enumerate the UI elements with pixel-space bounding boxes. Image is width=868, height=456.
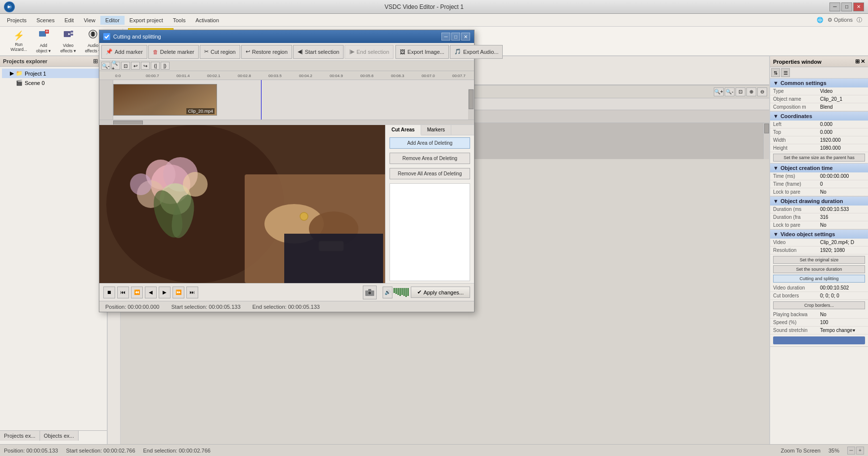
timeline-vscroll[interactable] (763, 123, 769, 159)
zoom-extra2[interactable]: |⟩ (161, 62, 170, 70)
zoom-in-status-btn[interactable]: + (856, 447, 864, 455)
cut-end-selection: End selection: 00:00:05.133 (253, 304, 320, 310)
cut-track-vscroll[interactable] (468, 89, 474, 120)
menu-tools[interactable]: Tools (168, 16, 191, 25)
common-settings-section: ▼ Common settings Type Video Object name… (770, 79, 868, 112)
menu-editor[interactable]: Editor (100, 16, 125, 25)
drawing-duration-header[interactable]: ▼ Object drawing duration (770, 197, 868, 206)
stop-btn[interactable]: ⏹ (103, 287, 115, 298)
add-area-of-deleting-btn[interactable]: Add Area of Deleting (390, 137, 470, 149)
ruler-1: 00:00.7 (146, 74, 176, 78)
cut-hscroll-thumb[interactable] (113, 121, 143, 125)
cut-areas-tab[interactable]: Cut Areas (386, 125, 421, 135)
video-effects-button[interactable]: Videoeffects ▾ (56, 28, 80, 54)
coordinates-header[interactable]: ▼ Coordinates (770, 112, 868, 121)
volume-icon-btn[interactable]: 🔊 (383, 287, 392, 298)
menu-export-project[interactable]: Export project (125, 16, 168, 25)
minimize-button[interactable]: ─ (829, 2, 840, 11)
menu-activation[interactable]: Activation (190, 16, 224, 25)
timeline-vscroll-thumb[interactable] (764, 124, 769, 133)
add-object-button[interactable]: + Addobject ▾ (32, 28, 55, 54)
menu-edit[interactable]: Edit (59, 16, 79, 25)
zoom-out-status-btn[interactable]: ─ (847, 447, 855, 455)
tl-opt1-btn[interactable]: ⊕ (746, 87, 756, 96)
cut-areas-panel: Cut Areas Markers Add Area of Deleting R… (385, 125, 474, 283)
projects-explorer-tab[interactable]: Projects ex... (0, 431, 40, 441)
export-aud-label: Export Audio... (463, 49, 499, 55)
info-icon[interactable]: ⓘ (857, 16, 862, 24)
panel-float-button[interactable]: ⊞ (93, 58, 98, 65)
cutting-splitting-props-btn[interactable]: Cutting and splitting (773, 275, 865, 283)
volume-bar[interactable] (393, 288, 409, 297)
zoom-in-btn[interactable]: 🔍+ (111, 62, 120, 70)
cut-hscroll[interactable] (99, 120, 474, 125)
tl-zoom-out-btn[interactable]: 🔍- (725, 87, 735, 96)
prop-type-row: Type Video (770, 87, 868, 95)
tl-opt2-btn[interactable]: ⊖ (757, 87, 767, 96)
options-icon: 🌐 (817, 17, 824, 23)
end-selection-btn[interactable]: |▶ End selection (345, 45, 393, 59)
menu-projects[interactable]: Projects (2, 16, 32, 25)
creation-time-header[interactable]: ▼ Object creation time (770, 164, 868, 172)
type-label: Type (773, 88, 820, 94)
go-end-btn[interactable]: ⏭ (186, 287, 198, 298)
zoom-fit-btn[interactable]: ⊡ (121, 62, 130, 70)
close-button[interactable]: ✕ (853, 2, 864, 11)
next-frame-btn[interactable]: ⏩ (173, 287, 184, 298)
scene-item[interactable]: 🎬 Scene 0 (2, 78, 105, 87)
cut-dialog-maximize[interactable]: □ (451, 33, 460, 41)
cut-region-btn[interactable]: ✂ Cut region (200, 45, 240, 59)
project-item[interactable]: ▶ 📁 Project 1 (2, 69, 105, 78)
delete-marker-btn[interactable]: 🗑 Delete marker (148, 45, 199, 59)
step-back-btn[interactable]: ⏪ (131, 287, 143, 298)
screenshot-btn[interactable] (363, 286, 377, 299)
prev-frame-btn[interactable]: ◀ (145, 287, 157, 298)
clip-name-label: Clip_20.mp4 (186, 108, 215, 114)
props-close-btn[interactable]: ✕ (861, 58, 865, 65)
zoom-frame-back[interactable]: ↩ (131, 62, 140, 70)
set-same-size-btn[interactable]: Set the same size as the parent has (773, 154, 865, 162)
set-original-size-btn[interactable]: Set the original size (773, 256, 865, 264)
cut-dialog-close[interactable]: ✕ (461, 33, 470, 41)
props-filter-btn[interactable]: ☰ (781, 68, 790, 77)
tl-fit-btn[interactable]: ⊡ (736, 87, 745, 96)
top-value: 0.000 (820, 129, 865, 135)
cut-clip-thumbnail[interactable]: Clip_20.mp4 (113, 84, 217, 116)
props-toolbar: ⇅ ☰ (770, 67, 868, 79)
play-btn[interactable]: ▶ (159, 287, 171, 298)
menu-scenes[interactable]: Scenes (32, 16, 60, 25)
video-file-label: Video (773, 240, 820, 245)
objects-explorer-tab[interactable]: Objects ex... (40, 431, 79, 441)
export-audio-btn[interactable]: 🎵 Export Audio... (450, 45, 503, 59)
menu-view[interactable]: View (79, 16, 100, 25)
zoom-frame-fwd[interactable]: ↪ (141, 62, 150, 70)
options-label[interactable]: ⚙ Options (827, 17, 853, 23)
zoom-out-btn[interactable]: 🔍- (101, 62, 110, 70)
maximize-button[interactable]: □ (841, 2, 852, 11)
video-settings-header[interactable]: ▼ Video object settings (770, 230, 868, 239)
tl-zoom-in-btn[interactable]: 🔍+ (714, 87, 724, 96)
cut-track-labels (99, 80, 113, 120)
run-wizard-button[interactable]: ⚡ Run Wizard... (7, 28, 31, 54)
remove-all-areas-btn[interactable]: Remove All Areas of Deleting (390, 168, 470, 179)
apply-changes-btn[interactable]: ✔ Apply changes... (411, 287, 470, 298)
start-selection-btn[interactable]: ◀| Start selection (293, 45, 344, 59)
common-settings-header[interactable]: ▼ Common settings (770, 79, 868, 87)
cut-timeline-zoom: 🔍- 🔍+ ⊡ ↩ ↪ ⟨| |⟩ (99, 61, 474, 71)
props-sort-btn[interactable]: ⇅ (771, 68, 780, 77)
remove-area-of-deleting-btn[interactable]: Remove Area of Deleting (390, 153, 470, 164)
video-settings-arrow: ▼ (773, 231, 779, 237)
set-source-duration-btn[interactable]: Set the source duration (773, 265, 865, 273)
add-marker-btn[interactable]: 📌 Add marker (101, 45, 147, 59)
go-start-btn[interactable]: ⏮ (117, 287, 129, 298)
markers-tab[interactable]: Markers (421, 125, 451, 135)
cut-dialog-minimize[interactable]: ─ (441, 33, 450, 41)
top-label: Top (773, 129, 820, 135)
cut-track-vscroll-thumb[interactable] (469, 89, 474, 109)
cut-dialog-timeline: 🔍- 🔍+ ⊡ ↩ ↪ ⟨| |⟩ 0:0 00:00.7 00:01.4 00… (99, 61, 474, 125)
crop-borders-btn[interactable]: Crop borders... (773, 301, 865, 309)
props-float-btn[interactable]: ⊞ (855, 58, 860, 65)
zoom-extra1[interactable]: ⟨| (151, 62, 160, 70)
export-image-btn[interactable]: 🖼 Export Image... (395, 45, 449, 59)
restore-region-btn[interactable]: ↩ Restore region (241, 45, 292, 59)
